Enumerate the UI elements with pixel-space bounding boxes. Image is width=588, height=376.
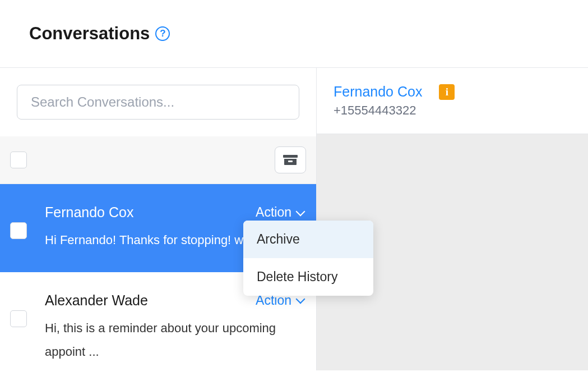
- conversation-header: Fernando Cox Action: [45, 204, 305, 221]
- search-wrap: [0, 68, 316, 136]
- content: Fernando Cox Action Hi Fernando! Thanks …: [0, 68, 588, 370]
- select-all-checkbox[interactable]: [10, 152, 27, 168]
- info-icon[interactable]: i: [439, 84, 455, 100]
- detail-name-line: Fernando Cox i: [334, 84, 571, 100]
- conversation-preview: Hi, this is a reminder about your upcomi…: [45, 317, 305, 364]
- search-input[interactable]: [17, 85, 299, 120]
- action-dropdown-button[interactable]: Action: [256, 205, 305, 220]
- dropdown-item-archive[interactable]: Archive: [243, 221, 373, 258]
- chevron-down-icon: [296, 297, 305, 303]
- detail-panel: Fernando Cox i +15554443322: [317, 68, 588, 370]
- conversation-checkbox[interactable]: [10, 310, 27, 327]
- conversation-body: Alexander Wade Action Hi, this is a remi…: [45, 292, 305, 364]
- help-icon[interactable]: ?: [155, 26, 170, 41]
- list-toolbar: [0, 136, 316, 184]
- conversation-checkbox[interactable]: [10, 222, 27, 239]
- conversation-name: Alexander Wade: [45, 292, 148, 309]
- detail-header: Fernando Cox i +15554443322: [317, 68, 588, 134]
- action-dropdown-menu: Archive Delete History: [243, 221, 373, 296]
- action-label: Action: [256, 205, 291, 220]
- archive-button[interactable]: [275, 146, 306, 173]
- page-header: Conversations ?: [0, 0, 588, 67]
- archive-icon: [284, 155, 297, 165]
- conversation-list-panel: Fernando Cox Action Hi Fernando! Thanks …: [0, 68, 317, 370]
- chevron-down-icon: [296, 210, 305, 215]
- detail-contact-name[interactable]: Fernando Cox: [334, 84, 422, 100]
- page-title: Conversations: [29, 24, 150, 44]
- dropdown-item-delete-history[interactable]: Delete History: [243, 258, 373, 296]
- detail-contact-phone: +15554443322: [334, 103, 571, 118]
- conversation-name: Fernando Cox: [45, 204, 133, 221]
